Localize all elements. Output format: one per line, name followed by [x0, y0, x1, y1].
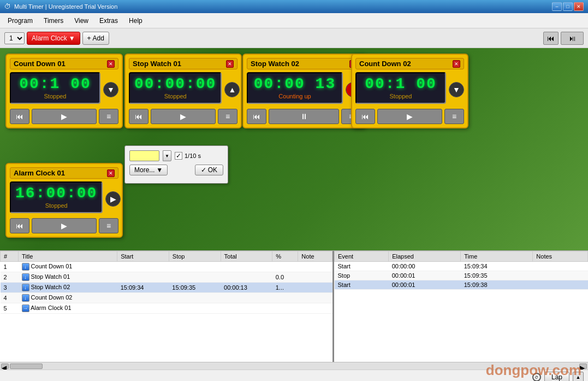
stopwatch02-rewind-btn[interactable]: ⏮ [247, 109, 266, 124]
scroll-left-btn[interactable]: ◀ [1, 364, 9, 369]
row-stop [169, 293, 221, 303]
row-num: 5 [1, 303, 19, 314]
alarmclock01-menu-btn[interactable]: ≡ [99, 218, 118, 233]
play-pause-button[interactable]: ⏯ [561, 32, 584, 45]
menu-timers[interactable]: Timers [38, 15, 69, 26]
countdown02-play-btn[interactable]: ▶ [377, 109, 442, 124]
add-button[interactable]: + Add [82, 32, 109, 45]
countdown02-display: 00:1 00 Stopped [355, 72, 446, 104]
alarmclock01-side-ctrl: ▶ [105, 191, 121, 207]
timer-selector[interactable]: 1 2 3 [4, 32, 25, 44]
event-row[interactable]: Stop 00:00:01 15:09:35 [335, 271, 588, 280]
color-picker[interactable] [129, 150, 159, 161]
alarmclock01-time: 16:00:00 [15, 186, 97, 201]
table-row[interactable]: 1 ↓ Count Down 01 [1, 262, 332, 272]
countdown02-close[interactable]: ✕ [453, 60, 460, 68]
countdown02-menu-btn[interactable]: ≡ [444, 109, 464, 124]
app-icon: ⏱ [4, 3, 11, 10]
tenth-checkbox[interactable]: ✓ [175, 152, 182, 160]
event-notes [533, 262, 588, 271]
event-type: Stop [335, 271, 389, 280]
popup-panel: ▼ ✓ 1/10 s More... ▼ ✓ OK [124, 145, 228, 184]
countdown02-down-btn[interactable]: ▼ [449, 82, 464, 97]
menu-extras[interactable]: Extras [94, 15, 123, 26]
stopwatch01-side-ctrl: ▲ [224, 82, 240, 97]
alarmclock01-close[interactable]: ✕ [107, 169, 115, 177]
rewind-button[interactable]: ⏮ [543, 32, 559, 45]
col-time: Time [461, 251, 533, 262]
minimize-button[interactable]: – [552, 2, 562, 11]
countdown02-time: 00:1 00 [361, 77, 441, 92]
right-list[interactable]: Event Elapsed Time Notes Start 00:00:00 … [334, 251, 588, 362]
table-row[interactable]: 5 → Alarm Clock 01 [1, 303, 332, 314]
table-row[interactable]: 4 ↓ Count Down 02 [1, 293, 332, 303]
restore-button[interactable]: □ [563, 2, 573, 11]
lap-area: ⏱ Lap ▲ [0, 370, 588, 381]
alarmclock01-header: Alarm Clock 01 ✕ [10, 167, 118, 179]
bottom-area: # Title Start Stop Total % Note 1 ↓ Coun… [0, 250, 588, 381]
alarm-clock-button[interactable]: Alarm Clock ▼ [27, 32, 80, 45]
row-title: ↓ Stop Watch 01 [19, 272, 117, 283]
countdown02-status: Stopped [361, 93, 441, 99]
alarmclock01-play-ctrl[interactable]: ▶ [105, 191, 121, 207]
row-title: → Alarm Clock 01 [19, 303, 117, 314]
countdown01-display: 00:1 00 Stopped [10, 72, 100, 104]
menu-help[interactable]: Help [123, 15, 148, 26]
menu-program[interactable]: Program [2, 15, 38, 26]
stopwatch01-up-btn[interactable]: ▲ [224, 82, 240, 97]
lap-button[interactable]: Lap [544, 372, 569, 381]
menubar: Program Timers View Extras Help [0, 13, 588, 28]
event-row[interactable]: Start 00:00:00 15:09:34 [335, 262, 588, 271]
stopwatch01-widget: Stop Watch 01 ✕ 00:00:00 Stopped ▲ ⏮ ▶ ≡ [124, 54, 242, 128]
more-button[interactable]: More... ▼ [129, 165, 168, 175]
event-row[interactable]: Start 00:00:01 15:09:38 [335, 280, 588, 290]
countdown02-widget: Count Down 02 ✕ 00:1 00 Stopped ▼ ⏮ ▶ ≡ [351, 54, 468, 128]
countdown01-down-btn[interactable]: ▼ [103, 82, 118, 97]
countdown02-side-ctrl: ▼ [449, 82, 464, 97]
countdown01-play-btn[interactable]: ▶ [32, 109, 97, 124]
row-stop [169, 272, 221, 283]
event-elapsed: 00:00:01 [389, 280, 461, 290]
countdown01-menu-btn[interactable]: ≡ [99, 109, 118, 124]
countdown02-header: Count Down 02 ✕ [355, 58, 464, 69]
events-table: Event Elapsed Time Notes Start 00:00:00 … [334, 251, 588, 290]
row-icon: ↓ [22, 284, 29, 291]
toolbar: 1 2 3 Alarm Clock ▼ + Add ⏮ ⏯ [0, 28, 588, 48]
table-row[interactable]: 2 ↓ Stop Watch 01 0.0 [1, 272, 332, 283]
expand-btn[interactable]: ▲ [573, 372, 584, 381]
event-time: 15:09:35 [461, 271, 533, 280]
color-dropdown[interactable]: ▼ [163, 150, 171, 161]
table-row[interactable]: 3 ↓ Stop Watch 02 15:09:34 15:09:35 00:0… [1, 283, 332, 293]
alarmclock01-display: 16:00:00 Stopped [10, 181, 103, 213]
left-list[interactable]: # Title Start Stop Total % Note 1 ↓ Coun… [0, 251, 334, 362]
stopwatch01-play-btn[interactable]: ▶ [151, 109, 216, 124]
countdown01-rewind-btn[interactable]: ⏮ [10, 109, 29, 124]
event-notes [533, 280, 588, 290]
stopwatch01-controls: ⏮ ▶ ≡ [129, 109, 237, 124]
ok-button[interactable]: ✓ OK [195, 165, 223, 175]
alarmclock01-play-btn[interactable]: ▶ [32, 218, 97, 233]
col-event: Event [335, 251, 389, 262]
row-total [221, 272, 272, 283]
stopwatch01-menu-btn[interactable]: ≡ [218, 109, 237, 124]
stopwatch01-time: 00:00:00 [134, 77, 216, 92]
stopwatch01-close[interactable]: ✕ [226, 60, 234, 68]
col-note: Note [298, 251, 332, 262]
stopwatch02-pause-btn[interactable]: ⏸ [269, 109, 339, 124]
row-pct: 1... [272, 283, 298, 293]
countdown02-rewind-btn[interactable]: ⏮ [355, 109, 375, 124]
stopwatch01-rewind-btn[interactable]: ⏮ [129, 109, 149, 124]
scroll-right-btn[interactable]: ▶ [579, 364, 587, 369]
scroll-thumb[interactable] [10, 364, 43, 369]
dropdown-arrow: ▼ [69, 34, 75, 42]
row-title: ↓ Stop Watch 02 [19, 283, 117, 293]
clock-icon: ⏱ [532, 373, 541, 381]
close-button[interactable]: ✕ [574, 2, 584, 11]
row-start [117, 303, 169, 314]
alarmclock01-rewind-btn[interactable]: ⏮ [10, 218, 29, 233]
row-total: 00:00:13 [221, 283, 272, 293]
menu-view[interactable]: View [69, 15, 94, 26]
countdown01-close[interactable]: ✕ [107, 60, 115, 68]
row-stop: 15:09:35 [169, 283, 221, 293]
horizontal-scrollbar[interactable]: ◀ ▶ [0, 362, 588, 370]
